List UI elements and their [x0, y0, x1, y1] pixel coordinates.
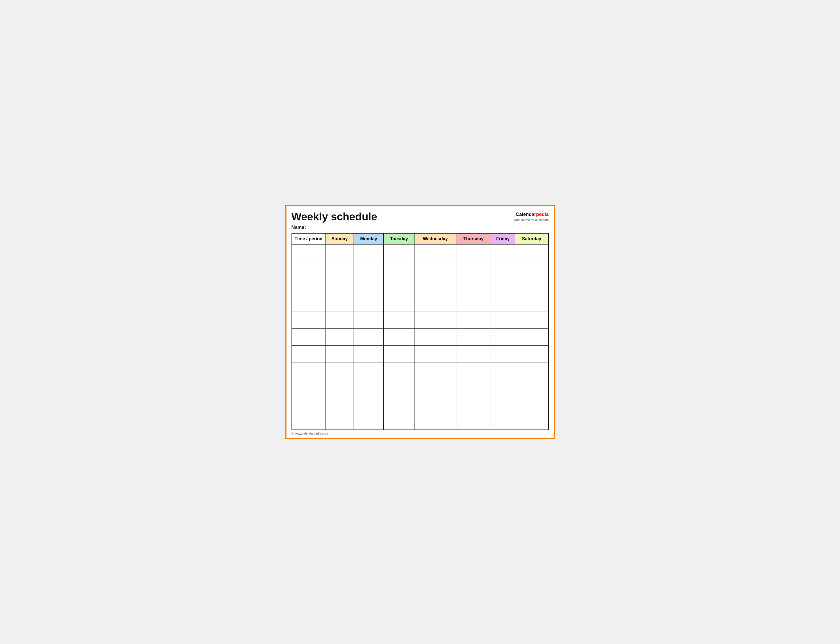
cell-row0-col0[interactable] [292, 245, 325, 261]
table-row [292, 245, 549, 261]
cell-row0-col5[interactable] [456, 245, 491, 261]
cell-row5-col1[interactable] [325, 329, 354, 346]
cell-row7-col7[interactable] [515, 362, 549, 379]
cell-row4-col5[interactable] [456, 312, 491, 329]
cell-row10-col7[interactable] [515, 413, 549, 430]
cell-row6-col0[interactable] [292, 346, 325, 362]
cell-row0-col1[interactable] [325, 245, 354, 261]
cell-row10-col4[interactable] [414, 413, 456, 430]
cell-row0-col2[interactable] [354, 245, 384, 261]
cell-row3-col4[interactable] [414, 295, 456, 312]
page-header: Weekly schedule Calendarpedia Your sourc… [291, 211, 549, 223]
cell-row9-col0[interactable] [292, 396, 325, 413]
cell-row1-col5[interactable] [456, 261, 491, 278]
cell-row8-col3[interactable] [384, 379, 415, 396]
cell-row7-col2[interactable] [354, 362, 384, 379]
cell-row5-col0[interactable] [292, 329, 325, 346]
table-row [292, 396, 549, 413]
cell-row2-col5[interactable] [456, 278, 491, 295]
cell-row6-col3[interactable] [384, 346, 415, 362]
cell-row1-col6[interactable] [491, 261, 515, 278]
cell-row8-col1[interactable] [325, 379, 354, 396]
cell-row1-col1[interactable] [325, 261, 354, 278]
brand-pedia-text: pedia [536, 212, 549, 217]
cell-row8-col5[interactable] [456, 379, 491, 396]
table-header-row: Time / period Sunday Monday Tuesday Wedn… [292, 233, 549, 245]
cell-row1-col0[interactable] [292, 261, 325, 278]
cell-row5-col6[interactable] [491, 329, 515, 346]
cell-row4-col1[interactable] [325, 312, 354, 329]
table-row [292, 312, 549, 329]
cell-row4-col4[interactable] [414, 312, 456, 329]
cell-row1-col2[interactable] [354, 261, 384, 278]
cell-row8-col7[interactable] [515, 379, 549, 396]
cell-row5-col7[interactable] [515, 329, 549, 346]
cell-row10-col2[interactable] [354, 413, 384, 430]
cell-row7-col0[interactable] [292, 362, 325, 379]
cell-row2-col1[interactable] [325, 278, 354, 295]
cell-row8-col0[interactable] [292, 379, 325, 396]
cell-row0-col4[interactable] [414, 245, 456, 261]
cell-row0-col3[interactable] [384, 245, 415, 261]
cell-row9-col1[interactable] [325, 396, 354, 413]
cell-row10-col6[interactable] [491, 413, 515, 430]
cell-row1-col7[interactable] [515, 261, 549, 278]
cell-row4-col0[interactable] [292, 312, 325, 329]
cell-row3-col7[interactable] [515, 295, 549, 312]
cell-row2-col7[interactable] [515, 278, 549, 295]
cell-row6-col1[interactable] [325, 346, 354, 362]
cell-row10-col3[interactable] [384, 413, 415, 430]
cell-row7-col1[interactable] [325, 362, 354, 379]
table-row [292, 329, 549, 346]
cell-row3-col1[interactable] [325, 295, 354, 312]
cell-row5-col5[interactable] [456, 329, 491, 346]
cell-row9-col3[interactable] [384, 396, 415, 413]
cell-row3-col0[interactable] [292, 295, 325, 312]
cell-row4-col2[interactable] [354, 312, 384, 329]
cell-row8-col2[interactable] [354, 379, 384, 396]
cell-row5-col2[interactable] [354, 329, 384, 346]
cell-row9-col5[interactable] [456, 396, 491, 413]
cell-row6-col4[interactable] [414, 346, 456, 362]
cell-row6-col2[interactable] [354, 346, 384, 362]
cell-row9-col6[interactable] [491, 396, 515, 413]
cell-row2-col3[interactable] [384, 278, 415, 295]
cell-row2-col4[interactable] [414, 278, 456, 295]
col-header-monday: Monday [354, 233, 384, 245]
cell-row10-col0[interactable] [292, 413, 325, 430]
cell-row9-col2[interactable] [354, 396, 384, 413]
cell-row0-col6[interactable] [491, 245, 515, 261]
cell-row3-col6[interactable] [491, 295, 515, 312]
cell-row10-col5[interactable] [456, 413, 491, 430]
cell-row6-col6[interactable] [491, 346, 515, 362]
cell-row4-col7[interactable] [515, 312, 549, 329]
cell-row7-col6[interactable] [491, 362, 515, 379]
cell-row2-col6[interactable] [491, 278, 515, 295]
cell-row3-col2[interactable] [354, 295, 384, 312]
cell-row5-col4[interactable] [414, 329, 456, 346]
cell-row7-col3[interactable] [384, 362, 415, 379]
cell-row10-col1[interactable] [325, 413, 354, 430]
cell-row8-col6[interactable] [491, 379, 515, 396]
brand-logo: Calendarpedia Your source for calendars [514, 211, 549, 222]
cell-row4-col3[interactable] [384, 312, 415, 329]
weekly-schedule-page: Weekly schedule Calendarpedia Your sourc… [285, 205, 555, 439]
cell-row0-col7[interactable] [515, 245, 549, 261]
cell-row6-col7[interactable] [515, 346, 549, 362]
cell-row3-col3[interactable] [384, 295, 415, 312]
cell-row4-col6[interactable] [491, 312, 515, 329]
cell-row7-col5[interactable] [456, 362, 491, 379]
cell-row2-col2[interactable] [354, 278, 384, 295]
cell-row8-col4[interactable] [414, 379, 456, 396]
cell-row1-col4[interactable] [414, 261, 456, 278]
cell-row2-col0[interactable] [292, 278, 325, 295]
cell-row9-col4[interactable] [414, 396, 456, 413]
footer-url: © www.calendarpedia.com [291, 432, 549, 435]
cell-row6-col5[interactable] [456, 346, 491, 362]
cell-row9-col7[interactable] [515, 396, 549, 413]
cell-row7-col4[interactable] [414, 362, 456, 379]
col-header-time: Time / period [292, 233, 325, 245]
cell-row3-col5[interactable] [456, 295, 491, 312]
cell-row1-col3[interactable] [384, 261, 415, 278]
cell-row5-col3[interactable] [384, 329, 415, 346]
